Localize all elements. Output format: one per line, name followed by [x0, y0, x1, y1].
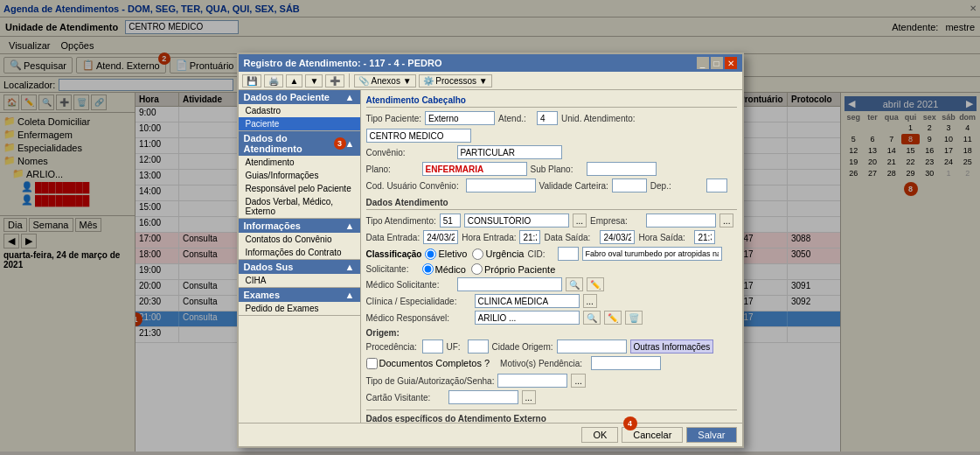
- nav-header-exames[interactable]: Exames ▲: [239, 288, 360, 302]
- uf-input[interactable]: [468, 340, 489, 354]
- modal-title: Registro de Atendimento: - 117 - 4 - PED…: [244, 58, 442, 68]
- dep-input[interactable]: [706, 178, 727, 192]
- empresa-browse-btn[interactable]: ...: [719, 214, 733, 228]
- clinica-input[interactable]: [475, 294, 580, 308]
- medico-resp-browse[interactable]: 🔍: [583, 311, 601, 325]
- modal-tb-processos[interactable]: ⚙️ Processos ▼: [419, 74, 492, 88]
- empresa-input[interactable]: [646, 214, 716, 228]
- radio-proprio-paciente[interactable]: [471, 263, 483, 275]
- modal-maximize-btn[interactable]: □: [711, 57, 723, 69]
- data-saida-input[interactable]: [600, 230, 635, 244]
- radio-urgencia-label[interactable]: Urgência: [472, 248, 524, 260]
- form-row-clinica: Clínica / Especialidade: ...: [366, 294, 737, 308]
- tipo-guia-browse[interactable]: ...: [571, 374, 585, 388]
- form-row-cod-usuario: Cod. Usuário Convênio: Validade Carteira…: [366, 178, 737, 192]
- motivo-pendencia-input[interactable]: [591, 356, 661, 370]
- nav-item-pedido-exames[interactable]: Pedido de Exames: [239, 302, 360, 315]
- modal-left-nav: Dados do Paciente ▲ Cadastro Paciente Da…: [239, 90, 361, 423]
- data-entrada-input[interactable]: [423, 230, 458, 244]
- nav-header-dados-paciente[interactable]: Dados do Paciente ▲: [239, 90, 360, 104]
- clinica-browse-btn[interactable]: ...: [583, 294, 597, 308]
- dados-atendimento-header: Dados Atendimento: [366, 198, 737, 210]
- docs-completos-checkbox[interactable]: [366, 358, 378, 369]
- registration-modal: Registro de Atendimento: - 117 - 4 - PED…: [237, 52, 744, 448]
- nav-header-dados-sus[interactable]: Dados Sus ▲: [239, 260, 360, 274]
- radio-medico-label[interactable]: Médico: [422, 263, 466, 275]
- radio-eletivo[interactable]: [425, 248, 436, 260]
- nav-item-cadastro[interactable]: Cadastro: [239, 104, 360, 117]
- salvar-button[interactable]: Salvar: [686, 427, 736, 443]
- form-row-tipo-paciente: Tipo Paciente: Atend.: Unid. Atendimento…: [366, 111, 737, 143]
- hora-entrada-input[interactable]: [519, 230, 540, 244]
- tipo-paciente-input[interactable]: [425, 111, 495, 125]
- tipo-atend-code-input[interactable]: [440, 214, 461, 228]
- nav-item-atendimento[interactable]: Atendimento: [239, 156, 360, 169]
- outras-informacoes-btn[interactable]: Outras Informações: [630, 340, 714, 354]
- cod-usuario-input[interactable]: [466, 178, 536, 192]
- nav-item-ciha[interactable]: CIHA: [239, 274, 360, 287]
- nav-item-contatos-convenio[interactable]: Contatos do Convênio: [239, 233, 360, 246]
- radio-proprio-paciente-label[interactable]: Próprio Paciente: [471, 263, 555, 275]
- validade-carteira-input[interactable]: [612, 178, 647, 192]
- hora-saida-input[interactable]: [694, 230, 715, 244]
- modal-tb-down[interactable]: ▼: [305, 74, 323, 88]
- nav-section-dados-atendimento: Dados do Atendimento ▲ 3 Atendimento Gui…: [239, 131, 360, 219]
- cid-desc-input[interactable]: [582, 247, 722, 261]
- radio-medico[interactable]: [422, 263, 434, 275]
- medico-resp-clear[interactable]: 🗑️: [625, 311, 643, 325]
- medico-responsavel-input[interactable]: [475, 311, 580, 325]
- plano-input[interactable]: [422, 162, 527, 176]
- medico-solicitante-input[interactable]: [457, 277, 562, 291]
- radio-urgencia[interactable]: [472, 248, 483, 260]
- modal-toolbar: 💾 🖨️ ▲ ▼ ➕ 📎 Anexos ▼ ⚙️ Processos ▼: [239, 72, 742, 90]
- nav-header-dados-atendimento[interactable]: Dados do Atendimento ▲ 3: [239, 131, 360, 156]
- nav-item-dados-verbal[interactable]: Dados Verbal, Médico, Externo: [239, 195, 360, 218]
- nav-item-paciente[interactable]: Paciente: [239, 117, 360, 130]
- nav-item-guias[interactable]: Guias/Informações: [239, 169, 360, 182]
- unid-atend-input[interactable]: [366, 129, 471, 143]
- modal-tb-up[interactable]: ▲: [286, 74, 303, 88]
- modal-overlay: Registro de Atendimento: - 117 - 4 - PED…: [0, 0, 980, 455]
- medico-solicitante-browse[interactable]: 🔍: [566, 277, 583, 291]
- modal-tb-plus[interactable]: ➕: [325, 74, 344, 88]
- convenio-input[interactable]: [457, 145, 562, 159]
- badge-3: 3: [334, 137, 346, 150]
- medico-resp-edit[interactable]: ✏️: [604, 311, 622, 325]
- nav-item-responsavel[interactable]: Responsável pelo Paciente: [239, 182, 360, 195]
- modal-close-btn[interactable]: ✕: [725, 57, 737, 69]
- modal-tb-anexos[interactable]: 📎 Anexos ▼: [354, 74, 415, 88]
- cartao-visitante-input[interactable]: [448, 390, 518, 404]
- modal-content: Dados do Paciente ▲ Cadastro Paciente Da…: [239, 90, 742, 423]
- ok-button[interactable]: OK: [581, 427, 618, 443]
- nav-section-dados-sus: Dados Sus ▲ CIHA: [239, 260, 360, 288]
- atend-input[interactable]: [537, 111, 558, 125]
- classificacao-label: Classificação: [366, 249, 422, 259]
- form-row-procedencia: Procedência: UF: Cidade Origem: Outras I…: [366, 340, 737, 354]
- modal-tb-save[interactable]: 💾: [242, 74, 261, 88]
- modal-titlebar: Registro de Atendimento: - 117 - 4 - PED…: [239, 54, 742, 72]
- radio-eletivo-label[interactable]: Eletivo: [425, 248, 467, 260]
- cartao-visitante-browse[interactable]: ...: [522, 390, 536, 404]
- nav-item-info-contrato[interactable]: Informações do Contrato: [239, 246, 360, 259]
- radio-solicitante: Médico Próprio Paciente: [422, 263, 556, 275]
- tipo-guia-input[interactable]: [497, 374, 567, 388]
- tipo-atend-browse-btn[interactable]: ...: [573, 214, 587, 228]
- form-row-classificacao: Classificação Eletivo Urgência CID:: [366, 247, 737, 261]
- modal-minimize-btn[interactable]: _: [697, 57, 709, 69]
- procedencia-input[interactable]: [422, 340, 443, 354]
- cid-input[interactable]: [558, 247, 579, 261]
- form-row-medico-resp: Médico Responsável: 🔍 ✏️ 🗑️: [366, 311, 737, 325]
- modal-footer: 4 OK Cancelar Salvar: [239, 423, 742, 446]
- tipo-atend-value-input[interactable]: [464, 214, 569, 228]
- sub-plano-input[interactable]: [587, 162, 657, 176]
- form-row-datas: Data Entrada: Hora Entrada: Data Saída: …: [366, 230, 737, 244]
- docs-completos-label[interactable]: Documentos Completos ?: [366, 358, 490, 369]
- nav-section-exames: Exames ▲ Pedido de Exames: [239, 288, 360, 316]
- medico-solicitante-edit[interactable]: ✏️: [587, 277, 604, 291]
- modal-tb-print[interactable]: 🖨️: [264, 74, 283, 88]
- cidade-origem-input[interactable]: [557, 340, 627, 354]
- form-row-docs: Documentos Completos ? Motivo(s) Pendênc…: [366, 356, 737, 388]
- form-row-tipo-atend: Tipo Atendimento: ... Empresa: ...: [366, 214, 737, 228]
- nav-header-informacoes[interactable]: Informações ▲: [239, 219, 360, 233]
- origem-header: Origem:: [366, 328, 737, 338]
